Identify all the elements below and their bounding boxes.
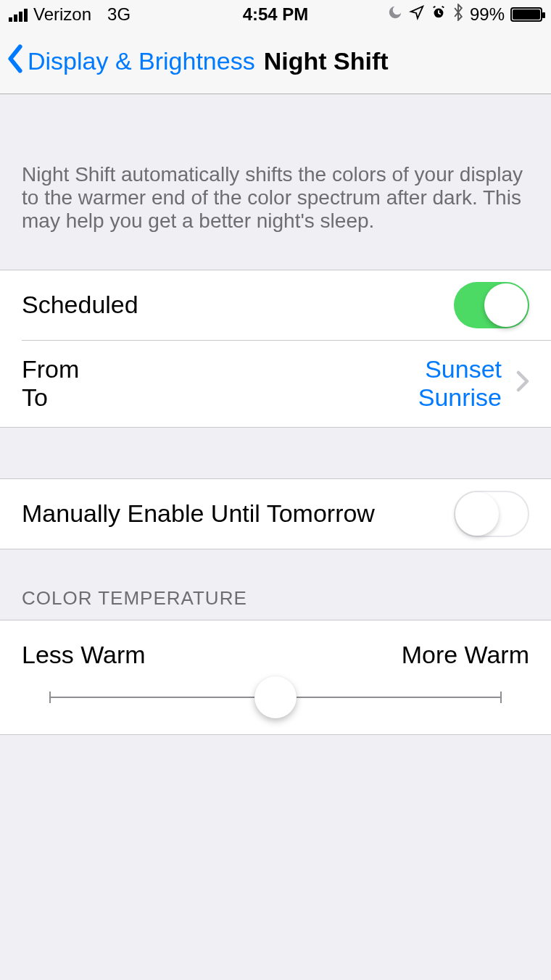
chevron-right-icon (516, 370, 529, 398)
signal-icon (9, 7, 28, 22)
page-title: Night Shift (264, 47, 389, 75)
network-label: 3G (107, 4, 130, 25)
more-warm-label: More Warm (402, 641, 529, 669)
color-temp-cell: Less Warm More Warm (0, 620, 551, 735)
location-icon (409, 4, 425, 25)
battery-pct: 99% (470, 4, 505, 25)
less-warm-label: Less Warm (22, 641, 146, 669)
color-temp-slider[interactable] (49, 697, 502, 698)
manual-group: Manually Enable Until Tomorrow (0, 478, 551, 549)
battery-icon (510, 7, 542, 22)
scheduled-group: Scheduled From To Sunset Sunrise (0, 270, 551, 428)
navbar: Display & Brightness Night Shift (0, 29, 551, 94)
status-bar: Verizon 3G 4:54 PM 99% (0, 0, 551, 29)
intro-text: Night Shift automatically shifts the col… (0, 94, 551, 270)
scheduled-label: Scheduled (22, 291, 138, 319)
to-value: Sunrise (418, 383, 502, 412)
moon-icon (387, 4, 403, 25)
chevron-left-icon (6, 44, 25, 79)
schedule-range-row[interactable]: From To Sunset Sunrise (22, 340, 551, 427)
bluetooth-icon (452, 4, 464, 25)
from-value: Sunset (425, 355, 502, 383)
from-label: From (22, 355, 79, 383)
scheduled-row: Scheduled (0, 270, 551, 340)
alarm-icon (431, 4, 447, 25)
slider-thumb[interactable] (254, 676, 297, 718)
scheduled-toggle[interactable] (454, 282, 529, 328)
color-temp-header: COLOR TEMPERATURE (0, 549, 551, 620)
back-button[interactable]: Display & Brightness (6, 44, 255, 79)
to-label: To (22, 383, 79, 412)
manual-row: Manually Enable Until Tomorrow (0, 479, 551, 549)
carrier-label: Verizon (33, 4, 91, 25)
manual-toggle[interactable] (454, 491, 529, 537)
manual-label: Manually Enable Until Tomorrow (22, 499, 375, 528)
back-label: Display & Brightness (28, 47, 255, 75)
